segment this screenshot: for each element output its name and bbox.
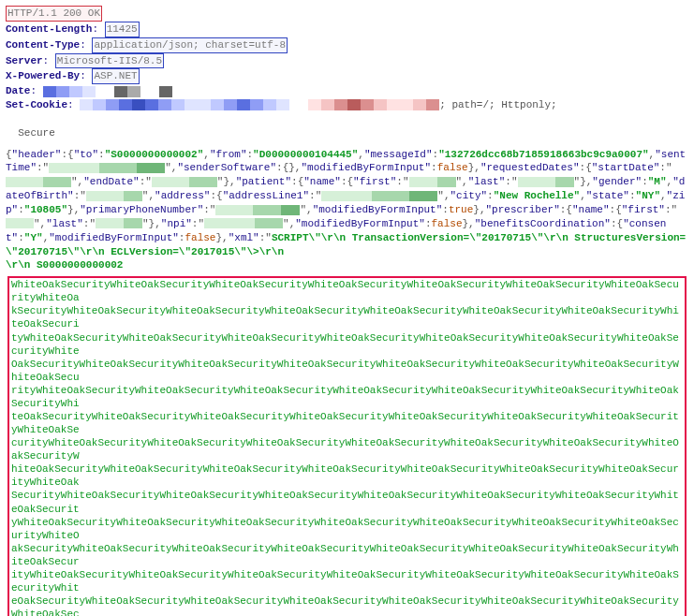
overflow-payload-line: tyWhiteOakSecurityWhiteOakSecurityWhiteO… xyxy=(11,331,683,358)
http-status-line: HTTP/1.1 200 OK xyxy=(6,6,688,22)
overflow-highlight-box: WhiteOakSecurityWhiteOakSecurityWhiteOak… xyxy=(7,276,687,616)
overflow-payload-line: akSecurityWhiteOakSecurityWhiteOakSecuri… xyxy=(11,542,683,568)
overflow-payload-line: ityWhiteOakSecurityWhiteOakSecurityWhite… xyxy=(11,568,683,594)
overflow-payload-line: rityWhiteOakSecurityWhiteOakSecurityWhit… xyxy=(11,384,683,410)
http-header-date: Date: xyxy=(6,84,688,98)
overflow-payload-line: kSecurityWhiteOakSecurityWhiteOakSecurit… xyxy=(11,304,683,330)
response-body-json: {"header":{"to":"S0000000000002","from":… xyxy=(6,148,688,273)
overflow-payload-line: eOakSecurityWhiteOakSecurityWhiteOakSecu… xyxy=(11,594,683,616)
overflow-payload-line: teOakSecurityWhiteOakSecurityWhiteOakSec… xyxy=(11,410,683,436)
http-header-line: Content-Length: 11425 xyxy=(6,22,688,37)
http-header-line: Server: Microsoft-IIS/8.5 xyxy=(6,53,688,69)
http-header-line: Content-Type: application/json; charset=… xyxy=(6,37,688,53)
overflow-payload-line: OakSecurityWhiteOakSecurityWhiteOakSecur… xyxy=(11,358,683,384)
overflow-payload-line: WhiteOakSecurityWhiteOakSecurityWhiteOak… xyxy=(11,278,683,304)
overflow-payload-line: yWhiteOakSecurityWhiteOakSecurityWhiteOa… xyxy=(11,516,683,542)
overflow-payload-line: hiteOakSecurityWhiteOakSecurityWhiteOakS… xyxy=(11,462,683,489)
http-secure-line: Secure xyxy=(6,112,688,140)
http-header-set-cookie: Set-Cookie: ; path=/; Httponly; xyxy=(6,98,688,112)
overflow-payload-line: SecurityWhiteOakSecurityWhiteOakSecurity… xyxy=(11,489,683,515)
http-header-line: X-Powered-By: ASP.NET xyxy=(6,68,688,84)
overflow-payload-line: curityWhiteOakSecurityWhiteOakSecurityWh… xyxy=(11,436,683,462)
